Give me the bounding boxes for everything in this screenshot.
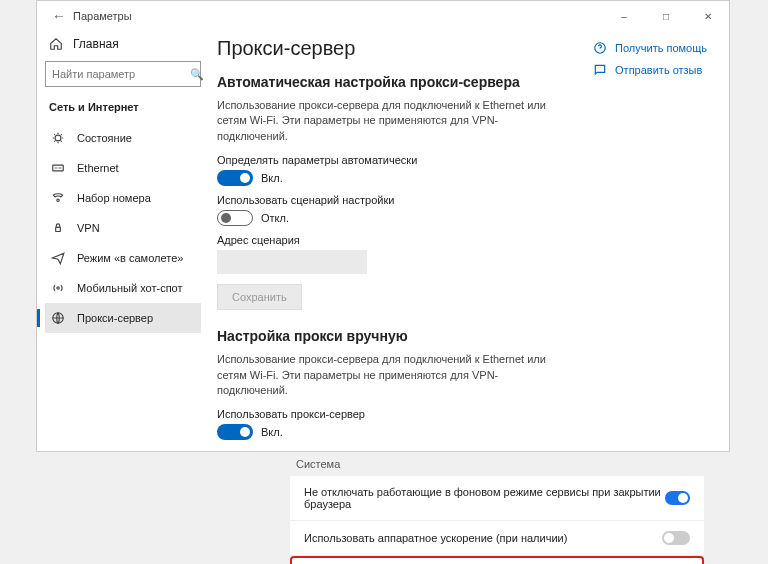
sidebar-item-ethernet[interactable]: Ethernet: [45, 153, 201, 183]
use-script-state: Откл.: [261, 212, 289, 224]
bg-services-row[interactable]: Не отключать работающие в фоновом режиме…: [290, 476, 704, 521]
hw-accel-toggle[interactable]: [662, 531, 690, 545]
sidebar-category: Сеть и Интернет: [45, 101, 201, 123]
use-script-toggle[interactable]: [217, 210, 253, 226]
ethernet-icon: [51, 161, 65, 175]
maximize-button[interactable]: □: [645, 1, 687, 31]
search-icon: 🔍: [190, 68, 204, 81]
sidebar-item-label: Режим «в самолете»: [77, 252, 183, 264]
search-input[interactable]: [52, 68, 190, 80]
script-address-input[interactable]: [217, 250, 367, 274]
close-button[interactable]: ✕: [687, 1, 729, 31]
window-title: Параметры: [73, 10, 132, 22]
content-pane: Получить помощь Отправить отзыв Прокси-с…: [209, 31, 729, 451]
get-help-link[interactable]: Получить помощь: [593, 41, 707, 55]
use-proxy-state: Вкл.: [261, 426, 283, 438]
feedback-icon: [593, 63, 607, 77]
svg-rect-1: [53, 165, 64, 171]
titlebar: ← Параметры – □ ✕: [37, 1, 729, 31]
use-script-label: Использовать сценарий настройки: [217, 194, 709, 206]
sidebar-item-dialup[interactable]: Набор номера: [45, 183, 201, 213]
search-input-wrap[interactable]: 🔍: [45, 61, 201, 87]
open-proxy-settings-row[interactable]: Открыть настройки прокси-сервера для ком…: [290, 556, 704, 564]
sidebar: Главная 🔍 Сеть и Интернет Состояние Ethe…: [37, 31, 209, 451]
sidebar-home-label: Главная: [73, 37, 119, 51]
bg-services-label: Не отключать работающие в фоновом режиме…: [304, 486, 665, 510]
sidebar-item-label: Прокси-сервер: [77, 312, 153, 324]
manual-section-desc: Использование прокси-сервера для подключ…: [217, 352, 557, 398]
hw-accel-label: Использовать аппаратное ускорение (при н…: [304, 532, 567, 544]
manual-section-title: Настройка прокси вручную: [217, 328, 709, 344]
minimize-button[interactable]: –: [603, 1, 645, 31]
hotspot-icon: [51, 281, 65, 295]
dialup-icon: [51, 191, 65, 205]
save-button-1[interactable]: Сохранить: [217, 284, 302, 310]
sidebar-item-vpn[interactable]: VPN: [45, 213, 201, 243]
auto-section-desc: Использование прокси-сервера для подключ…: [217, 98, 557, 144]
sidebar-item-status[interactable]: Состояние: [45, 123, 201, 153]
detect-toggle[interactable]: [217, 170, 253, 186]
status-icon: [51, 131, 65, 145]
lower-section-title: Система: [290, 458, 704, 470]
sidebar-item-hotspot[interactable]: Мобильный хот-спот: [45, 273, 201, 303]
sidebar-item-airplane[interactable]: Режим «в самолете»: [45, 243, 201, 273]
sidebar-item-proxy[interactable]: Прокси-сервер: [45, 303, 201, 333]
bg-services-toggle[interactable]: [665, 491, 690, 505]
help-icon: [593, 41, 607, 55]
svg-point-2: [57, 199, 59, 201]
svg-point-0: [55, 135, 61, 141]
back-button[interactable]: ←: [45, 8, 73, 24]
use-proxy-toggle[interactable]: [217, 424, 253, 440]
svg-rect-3: [56, 227, 61, 231]
sidebar-item-label: Состояние: [77, 132, 132, 144]
vpn-icon: [51, 221, 65, 235]
detect-label: Определять параметры автоматически: [217, 154, 709, 166]
hw-accel-row[interactable]: Использовать аппаратное ускорение (при н…: [290, 521, 704, 556]
home-icon: [49, 37, 63, 51]
sidebar-item-label: VPN: [77, 222, 100, 234]
svg-point-4: [57, 287, 59, 289]
script-addr-label: Адрес сценария: [217, 234, 709, 246]
airplane-icon: [51, 251, 65, 265]
detect-state: Вкл.: [261, 172, 283, 184]
sidebar-item-label: Набор номера: [77, 192, 151, 204]
sidebar-home[interactable]: Главная: [45, 31, 201, 61]
use-proxy-label: Использовать прокси-сервер: [217, 408, 709, 420]
sidebar-item-label: Ethernet: [77, 162, 119, 174]
sidebar-item-label: Мобильный хот-спот: [77, 282, 183, 294]
globe-icon: [51, 311, 65, 325]
feedback-link[interactable]: Отправить отзыв: [593, 63, 707, 77]
